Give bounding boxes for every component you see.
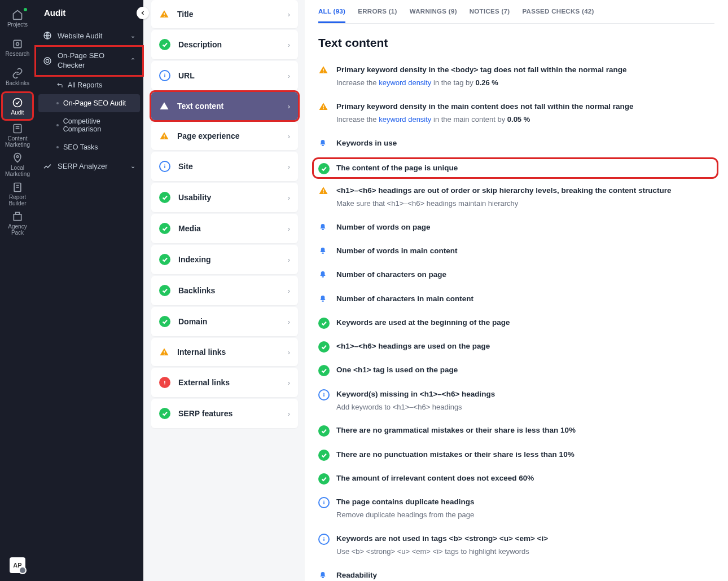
svg-rect-41	[323, 393, 324, 394]
chevron-right-icon: ›	[288, 410, 290, 418]
notice-icon	[318, 294, 327, 304]
notice-icon	[318, 570, 327, 580]
issue-title: Keyword(s) missing in <h1>–<h6> headings	[336, 389, 714, 400]
nav-sub-item[interactable]: SEO Tasks	[35, 138, 143, 156]
chevron-right-icon: ›	[288, 348, 290, 356]
issue-row[interactable]: Primary keyword density in the main cont…	[318, 101, 714, 125]
issue-title: Number of words on page	[336, 222, 714, 233]
tab[interactable]: PASSED CHECKS (42)	[522, 8, 594, 23]
check-category-domain[interactable]: Domain›	[151, 307, 298, 336]
svg-rect-43	[323, 501, 324, 502]
issue-row[interactable]: The content of the page is unique	[316, 161, 714, 175]
issue-row[interactable]: Primary keyword density in the <body> ta…	[318, 64, 714, 89]
issue-row[interactable]: The page contains duplicate headingsRemo…	[318, 496, 714, 521]
issue-row[interactable]: Keywords in use	[318, 138, 714, 149]
issue-description: Add keywords to <h1>–<h6> headings	[336, 402, 714, 413]
rail-backlinks[interactable]: Backlinks	[2, 63, 33, 90]
check-category-serp-features[interactable]: SERP features›	[151, 399, 298, 428]
warning-icon	[318, 102, 328, 112]
check-category-media[interactable]: Media›	[151, 214, 298, 243]
nav-label: Website Audit	[58, 32, 102, 40]
nav-sub-item[interactable]: Competitive Comparison	[35, 112, 143, 138]
check-category-usability[interactable]: Usability›	[151, 183, 298, 212]
chevron-right-icon: ›	[288, 225, 290, 233]
research-icon	[12, 38, 23, 50]
pass-icon	[318, 473, 330, 485]
svg-rect-24	[164, 165, 165, 166]
check-category-external-links[interactable]: External links›	[151, 368, 298, 397]
issue-row[interactable]: Number of words in main content	[318, 245, 714, 257]
nav-onpage-seo-checker[interactable]: On-Page SEO Checker ⌃	[35, 46, 143, 76]
nav-serp-analyzer[interactable]: SERP Analyzer ⌄	[35, 156, 143, 177]
check-label: Title	[177, 10, 280, 19]
issue-row[interactable]: There are no grammatical mistakes or the…	[318, 425, 714, 436]
issue-row[interactable]: Readability	[318, 570, 714, 581]
rail-audit[interactable]: Audit	[2, 93, 33, 120]
globe-icon	[43, 31, 52, 40]
issue-row[interactable]: One <h1> tag is used on the page	[318, 364, 714, 376]
issue-row[interactable]: Number of characters in main content	[318, 293, 714, 305]
check-category-site[interactable]: Site›	[151, 152, 298, 181]
issue-row[interactable]: Number of characters on page	[318, 269, 714, 280]
check-category-description[interactable]: Description›	[151, 30, 298, 59]
pass-icon	[159, 408, 170, 419]
rail-content-marketing[interactable]: Content Marketing	[2, 122, 33, 149]
rail-research[interactable]: Research	[2, 34, 33, 61]
issue-row[interactable]: There are no punctuation mistakes or the…	[318, 449, 714, 460]
tab[interactable]: ALL (93)	[318, 8, 345, 23]
tab[interactable]: WARNINGS (9)	[410, 8, 457, 23]
svg-rect-42	[323, 502, 324, 504]
pass-icon	[318, 341, 330, 353]
user-avatar[interactable]: AP	[10, 557, 25, 573]
check-label: Site	[178, 162, 280, 171]
warning-icon	[318, 65, 328, 75]
info-icon	[159, 161, 170, 172]
nav-website-audit[interactable]: Website Audit ⌄	[35, 25, 143, 46]
issue-description: Use <b> <strong> <u> <em> <i> tags to hi…	[336, 546, 714, 557]
svg-rect-23	[164, 166, 165, 168]
issue-row[interactable]: <h1>–<h6> headings are out of order or s…	[318, 185, 714, 209]
check-label: Text content	[177, 102, 280, 111]
rail-projects[interactable]: Projects	[2, 5, 33, 32]
issue-description: Increase the keyword density in the tag …	[336, 77, 714, 89]
check-category-internal-links[interactable]: Internal links›	[151, 338, 298, 366]
check-category-page-experience[interactable]: Page experience›	[151, 122, 298, 150]
check-category-indexing[interactable]: Indexing›	[151, 245, 298, 274]
check-category-url[interactable]: URL›	[151, 61, 298, 90]
error-icon	[159, 377, 170, 388]
issue-row[interactable]: <h1>–<h6> headings are used on the page	[318, 341, 714, 352]
check-label: Backlinks	[178, 286, 280, 295]
issue-row[interactable]: The amount of irrelevant content does no…	[318, 473, 714, 484]
rail-local-marketing[interactable]: Local Marketing	[2, 151, 33, 178]
bullet-icon	[56, 146, 59, 148]
svg-rect-35	[323, 192, 324, 193]
chevron-right-icon: ›	[288, 318, 290, 326]
chevron-right-icon: ›	[288, 193, 290, 202]
nav-sub-item[interactable]: On-Page SEO Audit	[38, 94, 140, 112]
chevron-right-icon: ›	[288, 41, 290, 49]
check-category-title[interactable]: Title›	[151, 0, 298, 28]
chevron-down-icon: ⌄	[130, 32, 135, 39]
svg-rect-17	[164, 75, 165, 77]
issue-row[interactable]: Number of words on page	[318, 222, 714, 233]
rail-agency-pack[interactable]: Agency Pack	[2, 210, 33, 237]
pass-icon	[159, 316, 170, 327]
tab[interactable]: ERRORS (1)	[358, 8, 397, 23]
issue-row[interactable]: Keyword(s) missing in <h1>–<h6> headings…	[318, 389, 714, 413]
check-label: Internal links	[177, 347, 280, 356]
check-category-backlinks[interactable]: Backlinks›	[151, 276, 298, 305]
issue-row[interactable]: Keywords are not used in tags <b> <stron…	[318, 533, 714, 557]
chevron-right-icon: ›	[288, 102, 290, 111]
svg-point-6	[16, 156, 18, 157]
rail-report-builder[interactable]: Report Builder	[2, 181, 33, 208]
issue-row[interactable]: Keywords are used at the beginning of th…	[318, 317, 714, 328]
info-icon	[318, 534, 330, 545]
collapse-sidebar-button[interactable]	[137, 7, 149, 19]
check-label: SERP features	[178, 409, 280, 418]
tab[interactable]: NOTICES (7)	[470, 8, 510, 23]
nav-sub-item[interactable]: All Reports	[35, 76, 143, 94]
svg-rect-28	[164, 384, 165, 385]
issue-title: Primary keyword density in the <body> ta…	[336, 64, 714, 76]
check-category-text-content[interactable]: Text content›	[151, 92, 298, 120]
pass-icon	[159, 192, 170, 203]
